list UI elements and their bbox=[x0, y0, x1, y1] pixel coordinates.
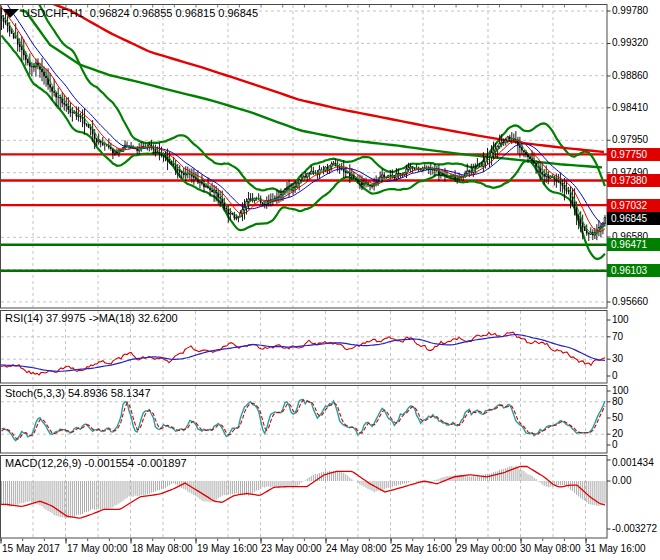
chart-cursor-icon bbox=[3, 7, 21, 19]
time-axis-label: 17 May 00:00 bbox=[67, 543, 128, 554]
chart-window: 0.997800.993200.988600.984100.979500.974… bbox=[0, 0, 660, 560]
stochastic-axis-label: 80 bbox=[612, 396, 623, 407]
macd-axis-label: -0.003272 bbox=[612, 523, 657, 534]
price-tag: 0.97750 bbox=[607, 148, 660, 161]
macd-axis-label: 0.001434 bbox=[612, 457, 654, 468]
stochastic-axis-label: 20 bbox=[612, 428, 623, 439]
stochastic-indicator-label: Stoch(5,3,3) 54.8936 58.1347 bbox=[5, 387, 151, 399]
symbol-period-label: USDCHF,H1 bbox=[22, 7, 84, 19]
ohlc-values-label: 0.96824 0.96855 0.96815 0.96845 bbox=[90, 7, 258, 19]
stochastic-axis-label: 50 bbox=[612, 412, 623, 423]
price-tag: 0.96471 bbox=[607, 238, 660, 251]
price-axis-label: 0.97950 bbox=[612, 134, 648, 145]
price-tag: 0.96103 bbox=[607, 264, 660, 277]
rsi-indicator-label: RSI(14) 37.9975 ->MA(18) 32.6200 bbox=[5, 312, 178, 324]
time-axis-label: 24 May 08:00 bbox=[326, 543, 387, 554]
rsi-axis-label: 70 bbox=[612, 331, 623, 342]
stochastic-axis-label: 100 bbox=[612, 385, 629, 396]
chart-title: USDCHF,H1 0.96824 0.96855 0.96815 0.9684… bbox=[22, 7, 258, 19]
price-tag: 0.97032 bbox=[607, 199, 660, 212]
time-axis-label: 23 May 00:00 bbox=[261, 543, 322, 554]
price-axis-label: 0.99780 bbox=[612, 5, 648, 16]
price-axis-label: 0.99320 bbox=[612, 37, 648, 48]
time-axis-label: 31 May 16:00 bbox=[585, 543, 646, 554]
price-axis-label: 0.98410 bbox=[612, 102, 648, 113]
macd-indicator-label: MACD(12,26,9) -0.001554 -0.001897 bbox=[5, 457, 187, 469]
price-tag: 0.96845 bbox=[607, 212, 660, 225]
rsi-axis-label: 0 bbox=[612, 370, 618, 381]
macd-axis-label: 0.00 bbox=[612, 475, 631, 486]
price-axis-label: 0.98860 bbox=[612, 70, 648, 81]
time-axis-label: 30 May 08:00 bbox=[520, 543, 581, 554]
price-tag: 0.97380 bbox=[607, 174, 660, 187]
stochastic-axis-label: 0 bbox=[612, 439, 618, 450]
time-axis-label: 25 May 16:00 bbox=[391, 543, 452, 554]
time-axis-label: 29 May 00:00 bbox=[456, 543, 517, 554]
time-axis-label: 19 May 16:00 bbox=[197, 543, 258, 554]
time-axis-label: 15 May 2017 bbox=[2, 543, 60, 554]
rsi-axis-label: 100 bbox=[612, 314, 629, 325]
time-axis-label: 18 May 08:00 bbox=[132, 543, 193, 554]
price-axis-label: 0.95660 bbox=[612, 296, 648, 307]
labels-layer: 0.997800.993200.988600.984100.979500.974… bbox=[0, 0, 660, 560]
rsi-axis-label: 30 bbox=[612, 353, 623, 364]
